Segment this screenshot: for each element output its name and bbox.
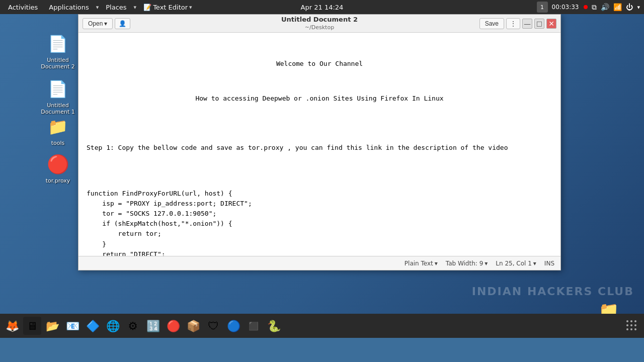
- step1-intro: Step 1: Copy the bellow code and save as…: [87, 143, 552, 153]
- watermark: INDIAN HACKERS CLUB: [472, 285, 634, 298]
- red-app-taskbar-icon[interactable]: 🔴: [164, 317, 182, 335]
- places-arrow: ▾: [134, 4, 137, 11]
- text-editor-arrow: ▾: [189, 4, 192, 11]
- text-editor-menu[interactable]: 📝 Text Editor ▾: [139, 3, 196, 12]
- save-button[interactable]: Save: [479, 18, 504, 29]
- tab-width-dropdown[interactable]: Tab Width: 9 ▾: [446, 260, 488, 267]
- text-editor-name: Text Editor: [153, 4, 188, 11]
- tab-width-label: Tab Width: 9: [446, 260, 483, 267]
- topbar-right: 1 00:03:33 ⧉ 🔊 📶 ⏻ ▾: [537, 2, 640, 13]
- activities-button[interactable]: Activities: [4, 3, 42, 12]
- tab-width-arrow: ▾: [485, 260, 488, 267]
- plain-text-arrow: ▾: [435, 260, 438, 267]
- cursor-pos-dropdown[interactable]: Ln 25, Col 1 ▾: [496, 260, 536, 267]
- code-block: function FindProxyForURL(url, host) { is…: [87, 189, 552, 256]
- editor-title-center: Untitled Document 2 ~/Desktop: [281, 16, 358, 31]
- apps-grid-button[interactable]: [623, 317, 641, 335]
- cursor-pos-label: Ln 25, Col 1: [496, 260, 532, 267]
- close-button[interactable]: ✕: [546, 19, 556, 29]
- battery-indicator: [584, 5, 588, 9]
- calc-taskbar-icon[interactable]: 🔢: [144, 317, 162, 335]
- plain-text-dropdown[interactable]: Plain Text ▾: [405, 260, 438, 267]
- editor-window: Open ▾ 👤 Untitled Document 2 ~/Desktop S…: [78, 14, 561, 270]
- editor-title: Untitled Document 2: [281, 16, 358, 24]
- power-icon[interactable]: ⏻: [626, 3, 633, 11]
- editor-content[interactable]: Welcome to Our Channel How to accessing …: [78, 33, 560, 256]
- taskbar: 🦊 🖥 📂 📧 🔷 🌐 ⚙ 🔢 🔴 📦 🛡 🔵 ⬛ 🐍: [0, 314, 644, 338]
- volume-icon[interactable]: 🔊: [601, 3, 609, 11]
- open-label: Open: [88, 20, 103, 27]
- browser-taskbar-icon[interactable]: 🌐: [104, 317, 122, 335]
- desktop-icon-tor-proxy[interactable]: 🔴 tor.proxy: [38, 152, 78, 184]
- welcome-heading: Welcome to Our Channel: [87, 59, 552, 69]
- maximize-button[interactable]: □: [534, 19, 544, 29]
- settings-taskbar-icon[interactable]: ⚙: [124, 317, 142, 335]
- desktop-icon-untitled1[interactable]: 📄 UntitledDocument 1: [38, 77, 78, 115]
- mail-taskbar-icon[interactable]: 📧: [63, 317, 82, 335]
- subtitle-heading: How to accessing Deepweb or .onion Sites…: [87, 94, 552, 104]
- window-btn[interactable]: ⧉: [592, 3, 597, 12]
- untitled2-label: UntitledDocument 2: [41, 57, 74, 70]
- topbar: Activities Applications ▾ Places ▾ 📝 Tex…: [0, 0, 644, 14]
- terminal-taskbar-icon[interactable]: 🖥: [23, 317, 41, 335]
- untitled2-icon: 📄: [46, 32, 70, 56]
- editor-subtitle: ~/Desktop: [281, 24, 358, 31]
- python-taskbar-icon[interactable]: 🐍: [265, 317, 283, 335]
- editor-toolbar: Open ▾ 👤: [83, 18, 130, 29]
- apps-grid-icon: [626, 320, 637, 331]
- text-editor-label: 📝: [143, 4, 151, 11]
- down-arrow[interactable]: ▾: [637, 4, 640, 11]
- terminal2-taskbar-icon[interactable]: ⬛: [245, 317, 263, 335]
- applications-arrow: ▾: [96, 4, 99, 11]
- menu-button[interactable]: ⋮: [506, 18, 520, 29]
- files-taskbar-icon[interactable]: 📂: [43, 317, 61, 335]
- user-icon-btn[interactable]: 👤: [115, 18, 130, 29]
- taskbar-end: [623, 317, 641, 335]
- desktop-icon-tools[interactable]: 📁 tools: [38, 115, 78, 146]
- desktop-icon-untitled2[interactable]: 📄 UntitledDocument 2: [38, 32, 78, 70]
- workspace-indicator[interactable]: 1: [537, 2, 548, 13]
- shield-taskbar-icon[interactable]: 🛡: [204, 317, 222, 335]
- untitled1-label: UntitledDocument 1: [41, 102, 74, 115]
- store-taskbar-icon[interactable]: 📦: [184, 317, 202, 335]
- open-button[interactable]: Open ▾: [83, 18, 113, 29]
- ins-label: INS: [544, 260, 554, 267]
- open-arrow: ▾: [104, 20, 107, 27]
- untitled1-icon: 📄: [46, 77, 70, 101]
- minimize-button[interactable]: —: [522, 19, 532, 29]
- editor-statusbar: Plain Text ▾ Tab Width: 9 ▾ Ln 25, Col 1…: [78, 256, 560, 270]
- cursor-pos-arrow: ▾: [533, 260, 536, 267]
- firefox-taskbar-icon[interactable]: 🦊: [3, 317, 21, 335]
- app1-taskbar-icon[interactable]: 🔷: [84, 317, 102, 335]
- desktop: 📄 UntitledDocument 2 📁 shodenAutomate at…: [0, 14, 644, 338]
- places-menu[interactable]: Places: [102, 3, 130, 12]
- battery-time: 00:03:33: [552, 4, 579, 11]
- tools-icon: 📁: [46, 115, 70, 139]
- tools-label: tools: [51, 140, 65, 146]
- blue-app-taskbar-icon[interactable]: 🔵: [224, 317, 243, 335]
- network-icon[interactable]: 📶: [613, 3, 622, 11]
- plain-text-label: Plain Text: [405, 260, 433, 267]
- applications-menu[interactable]: Applications: [45, 3, 93, 12]
- ins-indicator: INS: [544, 260, 554, 267]
- window-controls: Save ⋮ — □ ✕: [479, 18, 556, 29]
- topbar-datetime: Apr 21 14:24: [301, 4, 344, 11]
- editor-titlebar: Open ▾ 👤 Untitled Document 2 ~/Desktop S…: [78, 15, 560, 33]
- tor-proxy-icon: 🔴: [46, 152, 70, 176]
- topbar-left: Activities Applications ▾ Places ▾ 📝 Tex…: [4, 3, 196, 12]
- tor-proxy-label: tor.proxy: [46, 177, 70, 184]
